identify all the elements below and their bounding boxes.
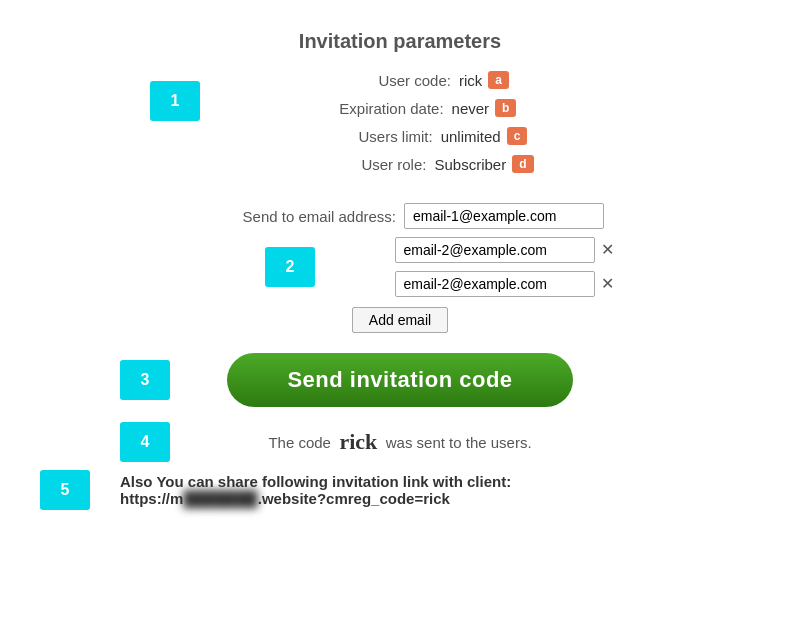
add-email-row: Add email bbox=[20, 307, 780, 333]
annotation-4: 4 bbox=[120, 422, 170, 462]
remove-email-3-button[interactable]: ✕ bbox=[601, 276, 614, 292]
param-row-expiration: Expiration date: never b bbox=[20, 99, 780, 117]
param-label-users-limit: Users limit: bbox=[273, 128, 433, 145]
confirm-text-before: The code bbox=[268, 434, 331, 451]
param-label-user-role: User role: bbox=[266, 156, 426, 173]
param-value-users-limit: unlimited bbox=[441, 128, 501, 145]
badge-a: a bbox=[488, 71, 509, 89]
badge-c: c bbox=[507, 127, 528, 145]
email-row-1: Send to email address: bbox=[20, 203, 780, 229]
param-label-usercode: User code: bbox=[291, 72, 451, 89]
send-to-email-label: Send to email address: bbox=[196, 208, 396, 225]
annotation-1: 1 bbox=[150, 81, 200, 121]
email-row-2: ✕ bbox=[20, 237, 780, 263]
annotation-2: 2 bbox=[265, 247, 315, 287]
badge-b: b bbox=[495, 99, 516, 117]
param-value-usercode: rick bbox=[459, 72, 482, 89]
send-invitation-button[interactable]: Send invitation code bbox=[227, 353, 572, 407]
share-link-blurred: ███████ bbox=[183, 490, 257, 507]
annotation-3: 3 bbox=[120, 360, 170, 400]
share-text-line1: Also You can share following invitation … bbox=[120, 473, 511, 490]
share-section: Also You can share following invitation … bbox=[120, 473, 511, 507]
confirm-code: rick bbox=[339, 429, 377, 455]
email-row-3: ✕ bbox=[20, 271, 780, 297]
param-value-expiration: never bbox=[452, 100, 490, 117]
remove-email-2-button[interactable]: ✕ bbox=[601, 242, 614, 258]
param-row-usercode: User code: rick a bbox=[20, 71, 780, 89]
share-link: https://m███████.website?cmreg_code=rick bbox=[120, 490, 511, 507]
share-link-suffix: .website?cmreg_code=rick bbox=[258, 490, 450, 507]
param-row-users-limit: Users limit: unlimited c bbox=[20, 127, 780, 145]
param-label-expiration: Expiration date: bbox=[284, 100, 444, 117]
add-email-button[interactable]: Add email bbox=[352, 307, 448, 333]
email-input-1[interactable] bbox=[404, 203, 604, 229]
badge-d: d bbox=[512, 155, 533, 173]
param-value-user-role: Subscriber bbox=[434, 156, 506, 173]
share-link-prefix: https://m bbox=[120, 490, 183, 507]
email-input-3[interactable] bbox=[395, 271, 595, 297]
annotation-5: 5 bbox=[40, 470, 90, 510]
email-input-2[interactable] bbox=[395, 237, 595, 263]
param-row-user-role: User role: Subscriber d bbox=[20, 155, 780, 173]
confirm-text-after: was sent to the users. bbox=[386, 434, 532, 451]
page-title: Invitation parameters bbox=[20, 30, 780, 53]
